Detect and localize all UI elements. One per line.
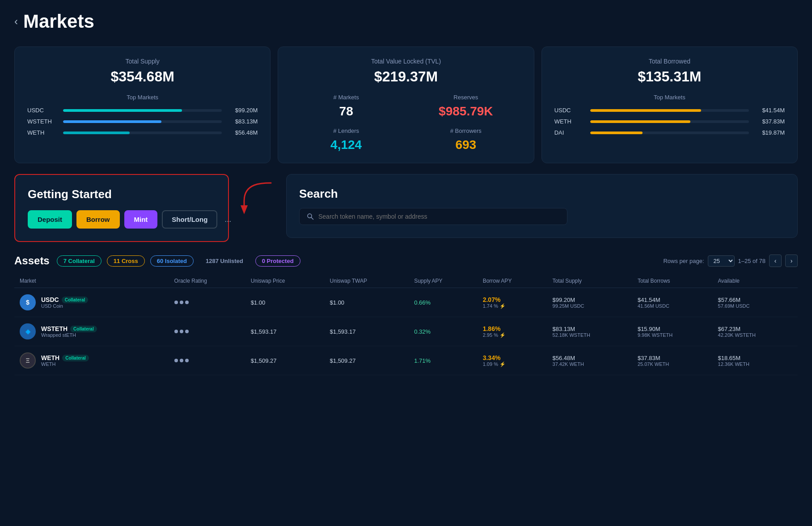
price-usdc: $1.00 xyxy=(245,288,325,317)
col-total-supply: Total Supply xyxy=(547,274,632,288)
borrow-apy-weth: 3.34% 1.09 % ⚡ xyxy=(478,346,547,375)
available-weth: $18.65M 12.36K WETH xyxy=(713,346,798,375)
total-supply-label: Total Supply xyxy=(27,58,258,65)
total-borrowed-label: Total Borrowed xyxy=(554,58,785,65)
rows-per-page-label: Rows per page: xyxy=(663,258,704,264)
borrow-button[interactable]: Borrow xyxy=(76,210,120,229)
borrow-apy-wsteth: 1.86% 2.95 % ⚡ xyxy=(478,317,547,346)
badge-unlisted[interactable]: 1287 Unlisted xyxy=(199,255,250,267)
search-input[interactable] xyxy=(318,213,560,220)
supply-apy-wsteth: 0.32% xyxy=(409,317,478,346)
search-card: Search xyxy=(286,174,798,238)
red-arrow-decoration xyxy=(235,178,280,214)
market-bar-row: WETH $37.83M xyxy=(554,118,785,125)
col-market: Market xyxy=(14,274,169,288)
total-supply-weth: $56.48M 37.42K WETH xyxy=(547,346,632,375)
borrow-markets-list: USDC $41.54M WETH $37.83M DAI $19.87M xyxy=(554,107,785,136)
borrow-apy-usdc: 2.07% 1.74 % ⚡ xyxy=(478,288,547,317)
top-markets-label-supply: Top Markets xyxy=(27,94,258,101)
assets-title: Assets xyxy=(14,255,50,267)
supply-apy-usdc: 0.66% xyxy=(409,288,478,317)
oracle-wsteth xyxy=(169,317,245,346)
back-button[interactable]: ‹ xyxy=(14,15,18,28)
mint-button[interactable]: Mint xyxy=(124,210,158,229)
page-container: ‹ Markets Total Supply $354.68M Top Mark… xyxy=(0,0,812,386)
badge-cross[interactable]: 11 Cross xyxy=(107,255,145,267)
market-bar-row: USDC $41.54M xyxy=(554,107,785,114)
rows-per-page-control: Rows per page: 25 50 100 1–25 of 78 ‹ › xyxy=(663,255,798,267)
market-bar-row: WSTETH $83.13M xyxy=(27,118,258,125)
oracle-weth xyxy=(169,346,245,375)
total-borrows-weth: $37.83M 25.07K WETH xyxy=(632,346,713,375)
col-uniswap-price: Uniswap Price xyxy=(245,274,325,288)
search-input-wrap xyxy=(299,208,567,225)
market-bar-row: WETH $56.48M xyxy=(27,129,258,136)
twap-usdc: $1.00 xyxy=(325,288,409,317)
token-icon-usdc: $ xyxy=(20,294,36,310)
getting-started-title: Getting Started xyxy=(28,187,216,201)
price-wsteth: $1,593.17 xyxy=(245,317,325,346)
tvl-card: Total Value Locked (TVL) $219.37M # Mark… xyxy=(278,47,534,163)
getting-started-card: Getting Started Deposit Borrow Mint Shor… xyxy=(14,174,229,242)
col-oracle: Oracle Rating xyxy=(169,274,245,288)
assets-section: Assets 7 Collateral 11 Cross 60 Isolated… xyxy=(14,255,798,375)
market-cell-usdc: $ USDC Collateral USD Coin xyxy=(14,288,169,317)
pagination-prev-button[interactable]: ‹ xyxy=(769,255,782,267)
supply-markets-list: USDC $99.20M WSTETH $83.13M WETH $56.48M xyxy=(27,107,258,136)
tvl-label: Total Value Locked (TVL) xyxy=(291,58,521,65)
available-usdc: $57.66M 57.69M USDC xyxy=(713,288,798,317)
stats-row: Total Supply $354.68M Top Markets USDC $… xyxy=(14,47,798,163)
table-row: ◈ WSTETH Collateral Wrapped stETH xyxy=(14,317,798,346)
search-icon xyxy=(307,213,314,220)
total-supply-card: Total Supply $354.68M Top Markets USDC $… xyxy=(14,47,271,163)
price-weth: $1,509.27 xyxy=(245,346,325,375)
page-header: ‹ Markets xyxy=(14,11,798,32)
token-icon-weth: Ξ xyxy=(20,352,36,369)
col-available: Available xyxy=(713,274,798,288)
deposit-button[interactable]: Deposit xyxy=(28,210,72,229)
market-bar-row: DAI $19.87M xyxy=(554,129,785,136)
assets-table: Market Oracle Rating Uniswap Price Unisw… xyxy=(14,274,798,375)
twap-wsteth: $1,593.17 xyxy=(325,317,409,346)
tvl-value: $219.37M xyxy=(291,68,521,85)
total-supply-value: $354.68M xyxy=(27,68,258,85)
table-row: $ USDC Collateral USD Coin xyxy=(14,288,798,317)
col-total-borrows: Total Borrows xyxy=(632,274,713,288)
more-button[interactable]: ... xyxy=(222,212,234,227)
token-icon-wsteth: ◈ xyxy=(20,323,36,339)
table-body: $ USDC Collateral USD Coin xyxy=(14,288,798,375)
tvl-grid: # Markets 78 Reserves $985.79K # Lenders… xyxy=(291,94,521,152)
short-long-button[interactable]: Short/Long xyxy=(162,210,217,229)
pagination-info: 1–25 of 78 xyxy=(738,258,765,264)
col-borrow-apy: Borrow APY xyxy=(478,274,547,288)
table-header: Market Oracle Rating Uniswap Price Unisw… xyxy=(14,274,798,288)
oracle-usdc xyxy=(169,288,245,317)
available-wsteth: $67.23M 42.20K WSTETH xyxy=(713,317,798,346)
supply-apy-weth: 1.71% xyxy=(409,346,478,375)
badge-protected[interactable]: 0 Protected xyxy=(255,255,300,267)
page-title: Markets xyxy=(23,11,94,32)
getting-started-buttons: Deposit Borrow Mint Short/Long ... xyxy=(28,210,216,229)
total-borrowed-value: $135.31M xyxy=(554,68,785,85)
total-borrows-usdc: $41.54M 41.56M USDC xyxy=(632,288,713,317)
assets-header: Assets 7 Collateral 11 Cross 60 Isolated… xyxy=(14,255,798,267)
top-markets-label-borrow: Top Markets xyxy=(554,94,785,101)
svg-line-2 xyxy=(311,217,313,220)
total-supply-usdc: $99.20M 99.25M USDC xyxy=(547,288,632,317)
badge-collateral[interactable]: 7 Collateral xyxy=(57,255,102,267)
twap-weth: $1,509.27 xyxy=(325,346,409,375)
market-cell-wsteth: ◈ WSTETH Collateral Wrapped stETH xyxy=(14,317,169,346)
col-uniswap-twap: Uniswap TWAP xyxy=(325,274,409,288)
total-supply-wsteth: $83.13M 52.18K WSTETH xyxy=(547,317,632,346)
col-supply-apy: Supply APY xyxy=(409,274,478,288)
search-title: Search xyxy=(299,187,785,201)
badge-isolated[interactable]: 60 Isolated xyxy=(150,255,194,267)
svg-marker-0 xyxy=(241,205,248,214)
rows-per-page-select[interactable]: 25 50 100 xyxy=(708,255,735,267)
market-cell-weth: Ξ WETH Collateral WETH xyxy=(14,346,169,375)
total-borrowed-card: Total Borrowed $135.31M Top Markets USDC… xyxy=(541,47,798,163)
table-row: Ξ WETH Collateral WETH xyxy=(14,346,798,375)
total-borrows-wsteth: $15.90M 9.98K WSTETH xyxy=(632,317,713,346)
market-bar-row: USDC $99.20M xyxy=(27,107,258,114)
pagination-next-button[interactable]: › xyxy=(785,255,798,267)
